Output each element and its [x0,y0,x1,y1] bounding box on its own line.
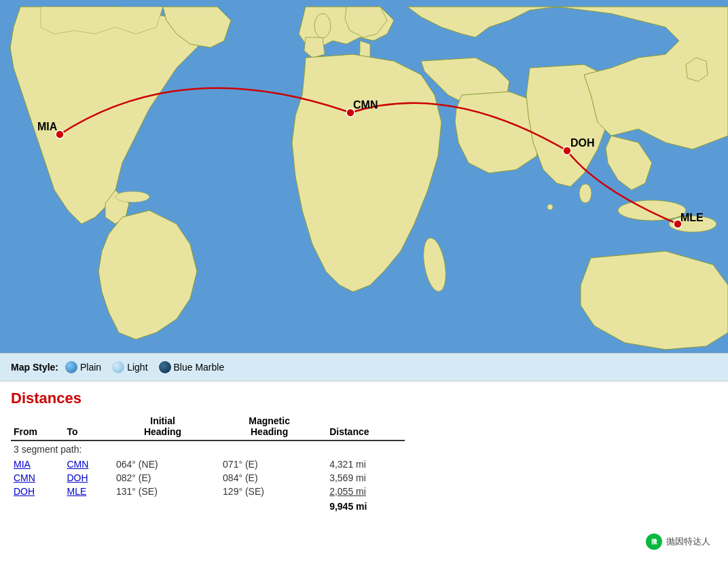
from-cell: MIA [11,457,60,471]
distances-table: From To InitialHeading MagneticHeading D… [11,414,405,514]
svg-text:MIA: MIA [37,121,58,132]
map-style-bar: Map Style: Plain Light Blue Marble [0,353,728,381]
svg-point-5 [618,200,686,221]
svg-point-2 [314,14,331,38]
map-style-label: Map Style: [11,362,58,373]
style-option-light[interactable]: Light [112,361,147,373]
svg-point-1 [115,191,149,202]
distance-cell: 3,569 mi [323,471,405,485]
light-label[interactable]: Light [127,362,147,373]
distances-title: Distances [11,390,717,407]
magnetic-cell: 084° (E) [216,471,323,485]
from-link[interactable]: MIA [14,459,31,470]
distance-cell: 2,055 mi [323,485,405,498]
total-row: 9,945 mi [11,498,405,514]
initial-cell: 064° (NE) [109,457,216,471]
to-link[interactable]: MLE [67,486,87,497]
table-row: MIA CMN 064° (NE) 071° (E) 4,321 mi [11,457,405,471]
watermark: 微 抛因特达人 [639,531,717,552]
to-cell: MLE [60,485,110,498]
from-cell: DOH [11,485,60,498]
bluemarble-icon [159,361,171,373]
to-link[interactable]: CMN [67,459,89,470]
map-container: MIA CMN DOH MLE [0,0,728,353]
from-cell: CMN [11,471,60,485]
plain-icon [65,361,77,373]
svg-text:CMN: CMN [353,99,378,111]
watermark-text: 抛因特达人 [666,536,710,548]
svg-point-4 [579,184,592,203]
header-magnetic-heading: MagneticHeading [216,414,323,441]
to-cell: DOH [60,471,110,485]
magnetic-cell: 129° (SE) [216,485,323,498]
from-link[interactable]: DOH [14,486,35,497]
header-initial-heading: InitialHeading [109,414,216,441]
header-to: To [60,414,110,441]
plain-label[interactable]: Plain [80,362,101,373]
initial-cell: 131° (SE) [109,485,216,498]
svg-text:MLE: MLE [680,212,704,223]
header-distance: Distance [323,414,405,441]
header-from: From [11,414,60,441]
segment-label-row: 3 segment path: [11,441,405,457]
distances-section-wrapper: Distances From To InitialHeading Magneti… [0,381,728,562]
table-row: CMN DOH 082° (E) 084° (E) 3,569 mi [11,471,405,485]
distance-cell: 4,321 mi [323,457,405,471]
svg-text:DOH: DOH [570,137,595,149]
total-distance: 9,945 mi [323,498,405,514]
table-row: DOH MLE 131° (SE) 129° (SE) 2,055 mi [11,485,405,498]
style-option-bluemarble[interactable]: Blue Marble [159,361,225,373]
to-cell: CMN [60,457,110,471]
wechat-icon: 微 [646,533,662,550]
light-icon [112,361,124,373]
magnetic-cell: 071° (E) [216,457,323,471]
bluemarble-label[interactable]: Blue Marble [174,362,225,373]
initial-cell: 082° (E) [109,471,216,485]
to-link[interactable]: DOH [67,472,88,483]
style-option-plain[interactable]: Plain [65,361,101,373]
svg-point-7 [547,204,553,210]
from-link[interactable]: CMN [14,472,35,483]
